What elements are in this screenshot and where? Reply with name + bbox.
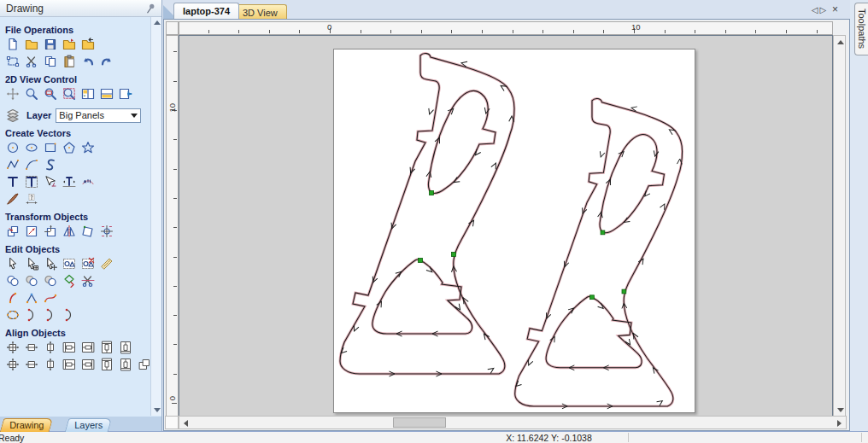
arc-icon[interactable] (24, 157, 39, 172)
center-in-material-icon[interactable] (5, 357, 21, 372)
tab-layers[interactable]: Layers (65, 418, 113, 432)
move-selection-icon[interactable] (43, 256, 58, 271)
ruler-tick (172, 403, 177, 404)
align-top-icon[interactable] (99, 340, 114, 355)
ungroup-icon[interactable] (80, 256, 96, 271)
align-left-icon[interactable] (62, 340, 77, 355)
align-bottom-icon[interactable] (118, 340, 133, 355)
text-box-icon[interactable] (24, 174, 39, 189)
toolbar-row (5, 307, 148, 323)
tab-prev-icon[interactable]: ◁ (812, 5, 820, 15)
circle-icon[interactable] (5, 140, 21, 155)
trim-icon[interactable] (80, 273, 96, 289)
open-file-icon[interactable] (24, 37, 39, 52)
star-icon[interactable] (80, 140, 96, 155)
layer-select[interactable]: Big Panels (56, 108, 141, 123)
job-setup-icon[interactable] (5, 54, 21, 69)
move-icon[interactable] (5, 224, 21, 239)
scroll-left-icon[interactable] (184, 420, 188, 427)
zoom-drawing-icon[interactable] (80, 86, 96, 102)
redo-icon[interactable] (99, 54, 114, 69)
panel-scrollbar[interactable] (150, 17, 161, 416)
close-curve-icon[interactable] (43, 307, 58, 323)
pin-icon[interactable] (144, 3, 156, 15)
close-line-icon[interactable] (24, 307, 39, 323)
vector-panel-left[interactable] (339, 54, 514, 376)
view-tab-3d-view[interactable]: 3D View (233, 4, 287, 19)
vertical-scrollbar[interactable] (833, 35, 846, 417)
zoom-material-icon[interactable] (99, 86, 114, 102)
vector-panel-right[interactable] (514, 98, 683, 408)
undo-icon[interactable] (80, 54, 96, 69)
select-icon[interactable] (5, 256, 21, 271)
scroll-down-icon[interactable] (837, 408, 844, 412)
align-center-v-icon[interactable] (43, 340, 58, 355)
keep-overlap-icon[interactable] (43, 273, 58, 289)
cut-icon[interactable] (24, 54, 39, 69)
new-file-icon[interactable] (5, 37, 21, 52)
copy-icon[interactable] (43, 54, 58, 69)
center-h-material-icon[interactable] (24, 357, 39, 372)
join-vectors-icon[interactable] (5, 307, 21, 323)
chevron-down-icon[interactable] (131, 114, 138, 118)
dimension-icon[interactable] (24, 191, 39, 207)
edit-nodes-icon[interactable] (24, 290, 39, 306)
ellipse-icon[interactable] (24, 140, 39, 155)
set-size-icon[interactable] (24, 224, 39, 239)
mirror-icon[interactable] (62, 224, 77, 239)
scroll-right-icon[interactable] (837, 420, 842, 427)
switch-view-icon[interactable] (118, 86, 133, 102)
fillet-icon[interactable] (5, 290, 21, 306)
align-left-last-icon[interactable] (62, 357, 77, 372)
alignment-icon[interactable] (99, 224, 114, 239)
tab-drawing[interactable]: Drawing (0, 418, 54, 432)
align-bottom-last-icon[interactable] (118, 357, 133, 372)
draw-brush-icon[interactable] (5, 191, 21, 207)
measure-icon[interactable] (99, 256, 114, 271)
export-vectors-icon[interactable] (80, 37, 96, 52)
zoom-box-icon[interactable] (43, 86, 58, 102)
group-icon[interactable] (62, 256, 77, 271)
node-edit-icon[interactable] (24, 256, 39, 271)
close-move-icon[interactable] (62, 307, 77, 323)
align-right-icon[interactable] (80, 340, 96, 355)
horizontal-scrollbar[interactable] (179, 416, 847, 429)
align-right-last-icon[interactable] (80, 357, 96, 372)
view-tab-laptop-374[interactable]: laptop-374 (173, 3, 239, 19)
scroll-down-icon[interactable] (154, 408, 161, 412)
material-sheet[interactable] (333, 49, 695, 413)
draw-text-icon[interactable] (5, 174, 21, 189)
zoom-selection-icon[interactable] (62, 86, 77, 102)
align-center-h-icon[interactable] (24, 340, 39, 355)
tab-toolpaths[interactable]: Toolpaths (854, 3, 868, 55)
polygon-icon[interactable] (62, 140, 77, 155)
zoom-interactive-icon[interactable] (24, 86, 39, 102)
ruler-tick (755, 30, 756, 33)
text-spacing-icon[interactable] (62, 174, 77, 189)
rotate-icon[interactable] (43, 224, 58, 239)
rectangle-icon[interactable] (43, 140, 58, 155)
fit-curve-icon[interactable] (43, 290, 58, 306)
distort-icon[interactable] (80, 224, 96, 239)
text-on-curve-icon[interactable] (80, 174, 96, 189)
weld-icon[interactable] (5, 273, 21, 289)
paste-icon[interactable] (62, 54, 77, 69)
save-file-icon[interactable] (43, 37, 58, 52)
edit-text-icon[interactable] (43, 174, 58, 189)
align-top-last-icon[interactable] (99, 357, 114, 372)
scrollbar-thumb[interactable] (393, 417, 446, 428)
polyline-icon[interactable] (5, 157, 21, 172)
import-vectors-icon[interactable] (62, 37, 77, 52)
scroll-up-icon[interactable] (154, 20, 161, 25)
ruler-tick (173, 315, 177, 316)
curve-icon[interactable] (43, 157, 58, 172)
align-center-material-icon[interactable] (5, 340, 21, 355)
vector-boolean-icon[interactable] (62, 273, 77, 289)
subtract-icon[interactable] (24, 273, 39, 289)
scroll-up-icon[interactable] (837, 40, 844, 44)
canvas-viewport[interactable] (179, 35, 833, 417)
tab-next-icon[interactable]: ▷ (820, 5, 829, 15)
close-view-icon[interactable]: × (832, 3, 840, 15)
pan-icon[interactable] (5, 86, 21, 102)
center-v-material-icon[interactable] (43, 357, 58, 372)
